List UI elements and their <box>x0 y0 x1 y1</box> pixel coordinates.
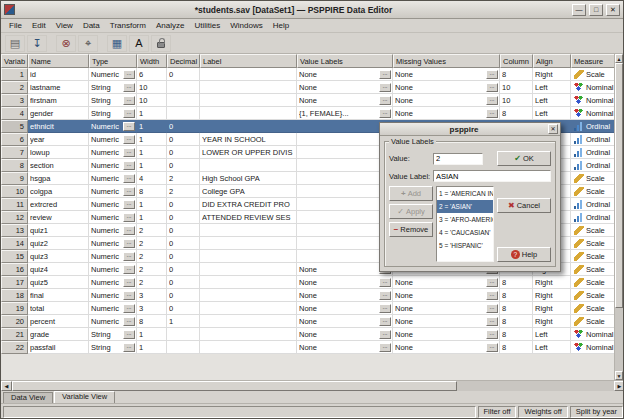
column-header-decimals[interactable]: Decimal <box>167 54 200 68</box>
cell-align[interactable]: Right <box>533 315 571 328</box>
column-header-missing[interactable]: Missing Values <box>393 54 500 68</box>
cell-decimals[interactable]: 0 <box>167 159 200 172</box>
column-header-align[interactable]: Align <box>533 54 571 68</box>
cell-width[interactable]: 1 <box>137 159 167 172</box>
cell-decimals[interactable] <box>167 81 200 94</box>
dialog-close-icon[interactable]: ✕ <box>548 124 558 134</box>
cell-type[interactable]: Numeric... <box>89 159 137 172</box>
ellipsis-button[interactable]: ... <box>123 317 135 326</box>
horizontal-scroll-thumb[interactable] <box>12 381 457 391</box>
cell-name[interactable]: section <box>28 159 89 172</box>
cell-label[interactable] <box>200 328 297 341</box>
cell-name[interactable]: grade <box>28 328 89 341</box>
ellipsis-button[interactable]: ... <box>379 291 391 300</box>
cell-width[interactable]: 3 <box>137 289 167 302</box>
row-number-cell[interactable]: 1 <box>1 68 28 81</box>
cell-label[interactable] <box>200 237 297 250</box>
cell-width[interactable]: 1 <box>137 120 167 133</box>
ellipsis-button[interactable]: ... <box>123 239 135 248</box>
cell-decimals[interactable]: 0 <box>167 276 200 289</box>
cell-type[interactable]: Numeric... <box>89 289 137 302</box>
cell-measure[interactable]: Nominal <box>571 81 616 94</box>
ellipsis-button[interactable]: ... <box>486 343 498 352</box>
maximize-button[interactable]: □ <box>589 4 603 16</box>
save-button[interactable]: ↧ <box>27 35 47 52</box>
ellipsis-button[interactable]: ... <box>379 330 391 339</box>
value-input[interactable] <box>433 153 483 165</box>
cell-type[interactable]: Numeric... <box>89 211 137 224</box>
value-label-item[interactable]: 1 = 'AMERICAN INDIAN' <box>437 187 493 200</box>
ellipsis-button[interactable]: ... <box>379 83 391 92</box>
tab-data-view[interactable]: Data View <box>3 392 53 403</box>
column-header-width[interactable]: Width <box>137 54 167 68</box>
dialog-titlebar[interactable]: psppire ✕ <box>380 123 560 136</box>
row-number-cell[interactable]: 20 <box>1 315 28 328</box>
cell-decimals[interactable]: 0 <box>167 224 200 237</box>
cell-label[interactable] <box>200 263 297 276</box>
cell-type[interactable]: Numeric... <box>89 263 137 276</box>
ellipsis-button[interactable]: ... <box>486 330 498 339</box>
cell-measure[interactable]: Nominal <box>571 107 616 120</box>
ellipsis-button[interactable]: ... <box>123 148 135 157</box>
cell-align[interactable]: Right <box>533 276 571 289</box>
column-header-row[interactable]: Variab <box>1 54 28 68</box>
cell-measure[interactable]: Scale <box>571 68 616 81</box>
cell-label[interactable]: High School GPA <box>200 172 297 185</box>
column-header-columns[interactable]: Column <box>500 54 533 68</box>
ellipsis-button[interactable]: ... <box>123 122 135 131</box>
ellipsis-button[interactable]: ... <box>379 317 391 326</box>
cell-decimals[interactable]: 0 <box>167 289 200 302</box>
cell-decimals[interactable]: 2 <box>167 172 200 185</box>
cell-name[interactable]: final <box>28 289 89 302</box>
ellipsis-button[interactable]: ... <box>123 200 135 209</box>
value-labels-list[interactable]: 1 = 'AMERICAN INDIAN'2 = 'ASIAN'3 = 'AFR… <box>436 186 494 262</box>
cell-type[interactable]: Numeric... <box>89 315 137 328</box>
cell-name[interactable]: id <box>28 68 89 81</box>
cell-type[interactable]: Numeric... <box>89 276 137 289</box>
cell-name[interactable]: lastname <box>28 81 89 94</box>
cell-label[interactable] <box>200 302 297 315</box>
cell-measure[interactable]: Ordinal <box>571 133 616 146</box>
row-number-cell[interactable]: 13 <box>1 224 28 237</box>
vertical-scrollbar[interactable]: ▲ ▼ <box>614 54 623 380</box>
cell-measure[interactable]: Scale <box>571 237 616 250</box>
ellipsis-button[interactable]: ... <box>379 109 391 118</box>
cell-label[interactable]: ATTENDED REVIEW SES <box>200 211 297 224</box>
cell-measure[interactable]: Nominal <box>571 94 616 107</box>
cell-name[interactable]: extrcred <box>28 198 89 211</box>
cell-measure[interactable]: Nominal <box>571 328 616 341</box>
ellipsis-button[interactable]: ... <box>379 96 391 105</box>
horizontal-scrollbar[interactable]: ◀ ▶ <box>1 380 624 391</box>
cell-missing[interactable]: None... <box>393 328 500 341</box>
cell-name[interactable]: quiz2 <box>28 237 89 250</box>
cell-type[interactable]: String... <box>89 94 137 107</box>
row-number-cell[interactable]: 22 <box>1 341 28 354</box>
cell-type[interactable]: String... <box>89 341 137 354</box>
ok-button[interactable]: ✔ OK <box>497 151 551 166</box>
cell-type[interactable]: String... <box>89 107 137 120</box>
cell-label[interactable]: DID EXTRA CREDIT PRO <box>200 198 297 211</box>
cell-decimals[interactable]: 0 <box>167 68 200 81</box>
ellipsis-button[interactable]: ... <box>123 226 135 235</box>
cell-value_labels[interactable]: None... <box>297 68 393 81</box>
cell-width[interactable]: 1 <box>137 341 167 354</box>
cell-columns[interactable]: 8 <box>500 276 533 289</box>
cell-width[interactable]: 4 <box>137 172 167 185</box>
cell-value_labels[interactable]: None... <box>297 328 393 341</box>
row-number-cell[interactable]: 9 <box>1 172 28 185</box>
cell-type[interactable]: Numeric... <box>89 250 137 263</box>
cell-missing[interactable]: None... <box>393 94 500 107</box>
ellipsis-button[interactable]: ... <box>123 252 135 261</box>
cell-measure[interactable]: Scale <box>571 172 616 185</box>
cell-width[interactable]: 2 <box>137 250 167 263</box>
row-number-cell[interactable]: 2 <box>1 81 28 94</box>
cell-measure[interactable]: Scale <box>571 250 616 263</box>
cell-name[interactable]: percent <box>28 315 89 328</box>
column-header-measure[interactable]: Measure <box>571 54 616 68</box>
row-number-cell[interactable]: 6 <box>1 133 28 146</box>
column-header-label[interactable]: Label <box>200 54 297 68</box>
cell-columns[interactable]: 10 <box>500 94 533 107</box>
row-number-cell[interactable]: 10 <box>1 185 28 198</box>
row-number-cell[interactable]: 16 <box>1 263 28 276</box>
value-labels-button[interactable]: A <box>129 35 149 52</box>
